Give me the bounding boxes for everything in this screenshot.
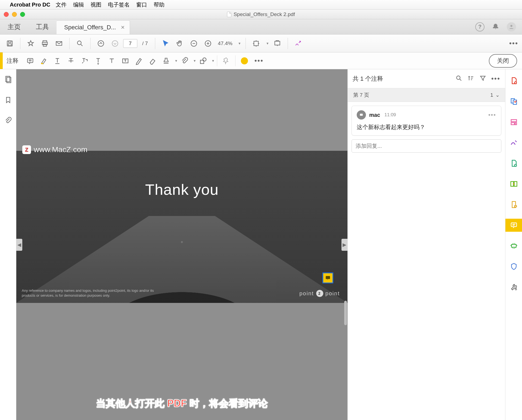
pencil-icon[interactable] — [132, 54, 146, 68]
menu-esign[interactable]: 电子签名 — [108, 1, 130, 8]
svg-rect-35 — [511, 245, 516, 247]
comments-more-icon[interactable]: ••• — [491, 74, 500, 83]
hand-tool-icon[interactable] — [174, 37, 186, 49]
chevron-down-icon[interactable]: ⌄ — [495, 92, 500, 98]
svg-rect-2 — [8, 41, 11, 42]
stamp-dropdown-icon[interactable]: ▼ — [175, 59, 178, 63]
comments-sort-icon[interactable] — [467, 75, 474, 83]
right-tools-rail — [505, 69, 522, 420]
selection-tool-icon[interactable] — [160, 37, 172, 49]
print-production-icon[interactable] — [505, 239, 522, 252]
protect-icon[interactable] — [505, 260, 522, 273]
read-mode-icon[interactable] — [271, 37, 283, 49]
annotation-marker-icon[interactable] — [322, 272, 333, 283]
svg-point-9 — [98, 40, 104, 46]
svg-point-0 — [510, 25, 512, 27]
replace-text-icon[interactable] — [78, 54, 91, 68]
svg-rect-23 — [360, 114, 363, 116]
menu-view[interactable]: 视图 — [91, 1, 101, 8]
attach-icon[interactable] — [178, 54, 191, 68]
menu-file[interactable]: 文件 — [56, 1, 67, 8]
strikethrough-icon[interactable] — [64, 54, 78, 68]
svg-rect-21 — [326, 276, 330, 279]
sign-icon[interactable] — [292, 37, 304, 49]
tab-document[interactable]: Special_Offers_D... ✕ — [57, 20, 130, 34]
page-up-icon[interactable] — [95, 37, 107, 49]
star-icon[interactable] — [25, 37, 37, 49]
zoom-out-icon[interactable] — [188, 37, 200, 49]
pin-icon[interactable] — [219, 54, 233, 68]
slide-footnote: Any reference to company names and logos… — [22, 288, 163, 298]
comments-filter-icon[interactable] — [479, 75, 486, 83]
eraser-icon[interactable] — [146, 54, 159, 68]
comment-more-icon[interactable]: ••• — [488, 111, 496, 118]
bell-icon[interactable]: 🔔︎ — [492, 23, 499, 31]
underline-icon[interactable] — [51, 54, 64, 68]
tab-document-label: Special_Offers_D... — [64, 24, 116, 31]
tab-tools[interactable]: 工具 — [28, 19, 57, 34]
menu-window[interactable]: 窗口 — [136, 1, 147, 8]
sticky-note-icon[interactable] — [23, 54, 37, 68]
mail-icon[interactable] — [53, 37, 65, 49]
reply-input[interactable] — [352, 139, 501, 153]
watermark-logo-icon: Z — [22, 145, 31, 154]
save-icon[interactable] — [4, 37, 16, 49]
organize-icon[interactable] — [505, 115, 522, 128]
svg-rect-3 — [8, 44, 11, 46]
shapes-icon[interactable] — [196, 54, 210, 68]
toolbar-more-icon[interactable]: ••• — [509, 39, 518, 48]
menu-edit[interactable]: 编辑 — [73, 1, 84, 8]
account-avatar-icon[interactable] — [507, 22, 516, 32]
tab-home[interactable]: 主页 — [0, 19, 28, 34]
fill-sign-icon[interactable] — [505, 198, 522, 211]
menu-help[interactable]: 帮助 — [154, 1, 164, 8]
thumbnails-icon[interactable] — [4, 75, 12, 84]
stamp-icon[interactable] — [159, 54, 173, 68]
svg-rect-29 — [515, 123, 517, 125]
comment-avatar-icon — [357, 110, 366, 120]
attach-dropdown-icon[interactable]: ▼ — [193, 59, 196, 63]
highlight-icon[interactable] — [37, 54, 51, 68]
export-pdf-icon[interactable] — [505, 157, 522, 170]
combine-icon[interactable] — [505, 95, 522, 108]
svg-rect-27 — [511, 120, 517, 122]
bookmarks-icon[interactable] — [4, 96, 12, 105]
shapes-dropdown-icon[interactable]: ▼ — [212, 59, 215, 63]
search-icon[interactable] — [74, 37, 86, 49]
app-name[interactable]: Acrobat Pro DC — [10, 2, 50, 8]
edit-pdf-icon[interactable] — [505, 136, 522, 149]
add-text-icon[interactable] — [105, 54, 119, 68]
page-down-icon[interactable] — [109, 37, 121, 49]
comments-page-header[interactable]: 第 7 页 1 ⌄ — [348, 88, 505, 102]
help-icon[interactable]: ? — [475, 22, 484, 32]
zoom-dropdown-icon[interactable]: ▼ — [238, 42, 241, 45]
window-titlebar: Special_Offers_Deck 2.pdf — [0, 10, 522, 19]
svg-rect-28 — [511, 123, 515, 125]
textbox-icon[interactable] — [119, 54, 132, 68]
more-tools-icon[interactable] — [505, 281, 522, 294]
comment-card[interactable]: mac 11:09 ••• 这个新标志看起来更好吗？ — [352, 106, 501, 136]
fit-width-icon[interactable] — [250, 37, 262, 49]
close-button[interactable]: 关闭 — [489, 54, 517, 68]
page-number-input[interactable] — [123, 39, 137, 48]
comments-panel: 共 1 个注释 ••• 第 7 页 1 ⌄ mac 11:09 ••• 这个新标… — [347, 69, 505, 420]
comment-tool-icon[interactable] — [505, 219, 522, 232]
document-viewport[interactable]: Thank you Any reference to company names… — [16, 69, 347, 420]
comment-label: 注释 — [7, 57, 18, 65]
zoom-value[interactable]: 47.4% — [218, 40, 232, 46]
doc-scrollbar[interactable] — [344, 69, 347, 420]
compare-icon[interactable] — [505, 177, 522, 190]
insert-text-icon[interactable] — [91, 54, 105, 68]
print-icon[interactable] — [39, 37, 51, 49]
prev-page-icon[interactable]: ◀ — [16, 239, 22, 251]
tab-close-icon[interactable]: ✕ — [121, 24, 125, 30]
comments-search-icon[interactable] — [455, 75, 462, 83]
zoom-in-icon[interactable] — [202, 37, 214, 49]
color-dot[interactable] — [238, 54, 251, 68]
commentbar-more-icon[interactable]: ••• — [254, 57, 263, 65]
watermark: Z www.MacZ.com — [22, 145, 88, 154]
tabs-row: 主页 工具 Special_Offers_D... ✕ ? 🔔︎ — [0, 19, 522, 35]
fit-dropdown-icon[interactable]: ▼ — [266, 42, 269, 45]
attachments-icon[interactable] — [4, 117, 12, 126]
create-pdf-icon[interactable] — [505, 74, 522, 87]
